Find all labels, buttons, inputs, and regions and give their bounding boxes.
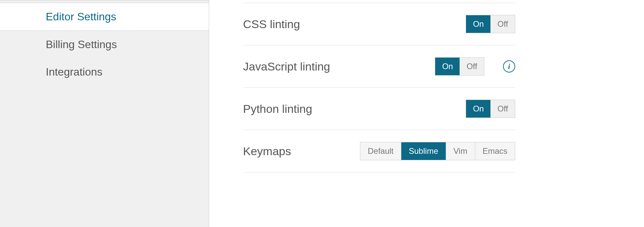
keymap-selector: Default Sublime Vim Emacs xyxy=(360,142,515,160)
setting-label: Keymaps xyxy=(243,145,360,158)
sidebar-item-editor-settings[interactable]: Editor Settings xyxy=(0,3,209,31)
settings-main: CSS linting On Off JavaScript linting On… xyxy=(209,0,644,227)
sidebar-item-billing-settings[interactable]: Billing Settings xyxy=(0,31,209,58)
setting-css-linting: CSS linting On Off xyxy=(243,3,515,45)
setting-controls: Default Sublime Vim Emacs xyxy=(360,142,515,160)
keymap-default-button[interactable]: Default xyxy=(360,142,401,160)
setting-controls: On Off i xyxy=(435,57,515,76)
setting-js-linting: JavaScript linting On Off i xyxy=(243,45,515,88)
toggle-off-button[interactable]: Off xyxy=(490,100,515,118)
sidebar-item-label: Billing Settings xyxy=(46,38,117,50)
toggle-on-button[interactable]: On xyxy=(466,15,490,33)
info-icon[interactable]: i xyxy=(503,60,515,73)
setting-controls: On Off xyxy=(466,15,515,33)
toggle-off-button[interactable]: Off xyxy=(460,58,484,75)
setting-keymaps: Keymaps Default Sublime Vim Emacs xyxy=(243,130,515,172)
setting-python-linting: Python linting On Off xyxy=(243,88,515,130)
toggle-js-linting: On Off xyxy=(435,57,484,76)
toggle-off-button[interactable]: Off xyxy=(490,15,515,33)
sidebar-item-label: Editor Settings xyxy=(46,11,116,23)
sidebar-divider xyxy=(0,0,209,3)
setting-label: Python linting xyxy=(243,102,466,116)
toggle-css-linting: On Off xyxy=(466,15,515,33)
sidebar-item-integrations[interactable]: Integrations xyxy=(0,58,209,86)
setting-label: CSS linting xyxy=(243,18,466,31)
setting-controls: On Off xyxy=(466,100,515,118)
toggle-python-linting: On Off xyxy=(466,100,515,118)
toggle-on-button[interactable]: On xyxy=(435,58,460,75)
settings-sidebar: Editor Settings Billing Settings Integra… xyxy=(0,0,209,227)
toggle-on-button[interactable]: On xyxy=(466,100,490,118)
keymap-sublime-button[interactable]: Sublime xyxy=(401,142,446,160)
sidebar-item-label: Integrations xyxy=(46,66,102,78)
setting-label: JavaScript linting xyxy=(243,60,435,73)
keymap-emacs-button[interactable]: Emacs xyxy=(475,142,515,160)
keymap-vim-button[interactable]: Vim xyxy=(446,142,475,160)
